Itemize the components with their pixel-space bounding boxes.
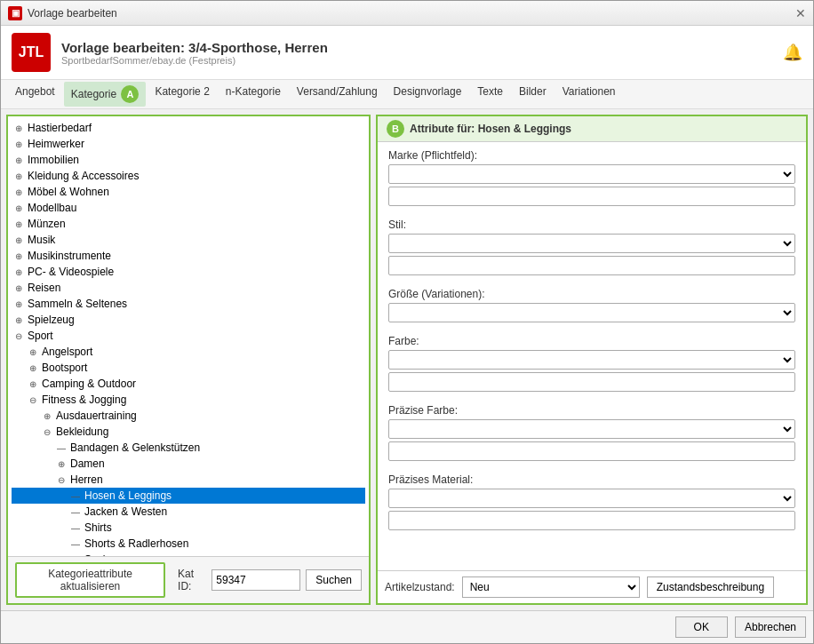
app-icon: ▣: [8, 6, 22, 20]
tree-item[interactable]: —Shorts & Radlerhosen: [12, 536, 365, 552]
tree-item[interactable]: ⊕Ausdauertraining: [12, 408, 365, 424]
tree-toggle[interactable]: ⊕: [12, 217, 26, 231]
title-bar: ▣ Vorlage bearbeiten ✕: [1, 1, 813, 26]
tree-toggle[interactable]: ⊕: [26, 377, 40, 391]
menu-bilder[interactable]: Bilder: [512, 82, 554, 107]
title-bar-left: ▣ Vorlage bearbeiten: [8, 6, 117, 20]
tree-item[interactable]: ⊕Kleidung & Accessoires: [12, 168, 365, 184]
field-select-0[interactable]: [388, 164, 795, 184]
tree-item[interactable]: ⊖Bekleidung: [12, 424, 365, 440]
update-button[interactable]: Kategorieattribute aktualisieren: [15, 562, 165, 598]
field-select-5[interactable]: [388, 489, 795, 508]
header-subtitle: SportbedarfSommer/ebay.de (Festpreis): [61, 55, 772, 66]
tree-toggle[interactable]: ⊕: [12, 297, 26, 311]
tree-item[interactable]: —Bandagen & Gelenkstützen: [12, 440, 365, 456]
field-select-2[interactable]: [388, 303, 795, 322]
tree-toggle[interactable]: ⊕: [12, 137, 26, 151]
field-select-4[interactable]: [388, 419, 795, 439]
tree-item[interactable]: ⊕Hastierbedarf: [12, 120, 365, 136]
tree-toggle[interactable]: —: [68, 489, 83, 503]
field-label-4: Präzise Farbe:: [388, 404, 795, 417]
tree-toggle[interactable]: ⊖: [40, 425, 54, 439]
ok-button[interactable]: OK: [675, 616, 728, 638]
tree-item[interactable]: ⊕Immobilien: [12, 152, 365, 168]
menu-bar: Angebot Kategorie A Kategorie 2 n-Katego…: [1, 80, 813, 109]
tree-toggle[interactable]: ⊕: [26, 345, 40, 359]
field-label-0: Marke (Pflichtfeld):: [388, 149, 795, 162]
menu-versand[interactable]: Versand/Zahlung: [290, 82, 385, 107]
field-input-3[interactable]: [388, 372, 795, 392]
tree-item[interactable]: ⊕Möbel & Wohnen: [12, 184, 365, 200]
tree-toggle[interactable]: —: [68, 521, 83, 535]
tree-toggle[interactable]: ⊕: [40, 409, 54, 423]
menu-design[interactable]: Designvorlage: [387, 82, 469, 107]
tree-item[interactable]: —Shirts: [12, 520, 365, 536]
field-input-4[interactable]: [388, 441, 795, 461]
header-info: Vorlage bearbeiten: 3/4-Sporthose, Herre…: [61, 40, 772, 66]
tree-label: Ausdauertraining: [54, 409, 139, 423]
field-select-1[interactable]: [388, 234, 795, 253]
tree-toggle[interactable]: ⊖: [12, 329, 26, 343]
field-input-0[interactable]: [388, 187, 795, 206]
tree-item[interactable]: ⊕Modellbau: [12, 200, 365, 216]
tree-toggle[interactable]: ⊕: [12, 201, 26, 215]
tree-label: Musikinstrumente: [26, 249, 113, 263]
field-input-5[interactable]: [388, 511, 795, 530]
tree-item[interactable]: ⊕Musik: [12, 232, 365, 248]
tree-item[interactable]: ⊕Münzen: [12, 216, 365, 232]
tree-item[interactable]: ⊖Fitness & Jogging: [12, 392, 365, 408]
menu-kategorie2[interactable]: Kategorie 2: [148, 82, 216, 107]
close-button[interactable]: ✕: [795, 6, 806, 20]
tree-item[interactable]: ⊕Musikinstrumente: [12, 248, 365, 264]
menu-texte[interactable]: Texte: [470, 82, 510, 107]
tree-toggle[interactable]: ⊕: [12, 185, 26, 199]
tree-item[interactable]: ⊕PC- & Videospiele: [12, 264, 365, 280]
tree-toggle[interactable]: ⊖: [54, 473, 68, 487]
tree-item[interactable]: ⊖Sport: [12, 328, 365, 344]
tree-item[interactable]: —Hosen & Leggings: [12, 488, 365, 504]
category-tree[interactable]: ⊕Hastierbedarf⊕Heimwerker⊕Immobilien⊕Kle…: [8, 116, 369, 556]
tree-toggle[interactable]: ⊕: [12, 313, 26, 327]
kat-id-input[interactable]: [211, 569, 300, 591]
tree-item[interactable]: ⊕Bootsport: [12, 360, 365, 376]
tree-toggle[interactable]: ⊕: [54, 457, 68, 471]
tree-toggle[interactable]: ⊕: [12, 153, 26, 167]
tree-item[interactable]: ⊕Heimwerker: [12, 136, 365, 152]
tree-label: Möbel & Wohnen: [26, 185, 111, 199]
tree-toggle[interactable]: ⊕: [12, 281, 26, 295]
tree-label: Shirts: [83, 521, 114, 535]
menu-n-kategorie[interactable]: n-Kategorie: [219, 82, 288, 107]
form-group-3: Farbe:: [388, 335, 795, 392]
tree-toggle[interactable]: ⊕: [26, 361, 40, 375]
tree-toggle[interactable]: ⊕: [12, 265, 26, 279]
tree-toggle[interactable]: —: [68, 537, 83, 551]
tree-label: Hastierbedarf: [26, 121, 93, 135]
artikel-select[interactable]: Neu Gebraucht: [462, 576, 640, 598]
search-button[interactable]: Suchen: [306, 569, 362, 591]
menu-variationen[interactable]: Variationen: [555, 82, 623, 107]
tree-item[interactable]: —Jacken & Westen: [12, 504, 365, 520]
tree-toggle[interactable]: ⊕: [12, 233, 26, 247]
tree-toggle[interactable]: —: [54, 441, 68, 455]
tree-item[interactable]: ⊕Camping & Outdoor: [12, 376, 365, 392]
tree-toggle[interactable]: ⊕: [12, 169, 26, 183]
tree-item[interactable]: ⊕Angelsport: [12, 344, 365, 360]
header: JTL Vorlage bearbeiten: 3/4-Sporthose, H…: [1, 26, 813, 80]
menu-angebot[interactable]: Angebot: [8, 82, 62, 107]
tree-item[interactable]: ⊕Damen: [12, 456, 365, 472]
tree-label: Damen: [68, 457, 107, 471]
tree-toggle[interactable]: ⊕: [12, 249, 26, 263]
tree-item[interactable]: ⊕Spielzeug: [12, 312, 365, 328]
tree-item[interactable]: ⊕Sammeln & Seltenes: [12, 296, 365, 312]
tree-toggle[interactable]: ⊖: [26, 393, 40, 407]
zustand-button[interactable]: Zustandsbeschreibung: [647, 576, 774, 598]
tree-item[interactable]: ⊕Reisen: [12, 280, 365, 296]
tree-item[interactable]: ⊖Herren: [12, 472, 365, 488]
tree-toggle[interactable]: —: [68, 505, 83, 519]
menu-kategorie[interactable]: Kategorie A: [64, 82, 147, 107]
tree-toggle[interactable]: ⊕: [12, 121, 26, 135]
field-select-3[interactable]: [388, 350, 795, 370]
cancel-button[interactable]: Abbrechen: [735, 616, 806, 638]
field-input-1[interactable]: [388, 256, 795, 275]
form-group-2: Größe (Variationen):: [388, 288, 795, 322]
